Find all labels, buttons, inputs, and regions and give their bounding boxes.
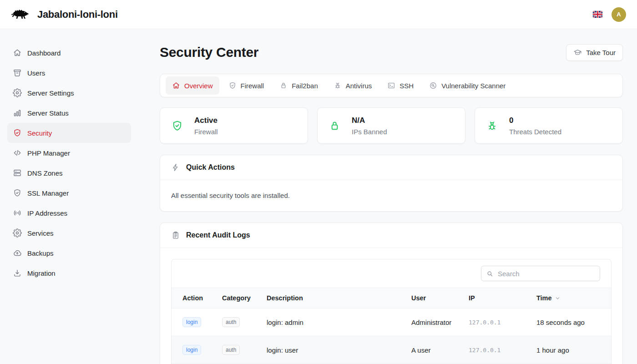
server-stack-icon	[13, 168, 22, 177]
column-header-time-label: Time	[536, 294, 552, 302]
quick-actions-title: Quick Actions	[186, 162, 235, 173]
tab-label: SSH	[399, 82, 414, 90]
cell-description: login: user	[267, 336, 411, 364]
sidebar-item-label: Dashboard	[27, 49, 61, 57]
sidebar-item-php-manager[interactable]: PHP Manager	[7, 143, 131, 163]
stat-label: Firewall	[194, 128, 218, 136]
sidebar-item-label: Services	[27, 229, 54, 237]
search-icon	[486, 270, 494, 278]
sidebar-item-label: SSL Manager	[27, 189, 69, 197]
code-icon	[13, 148, 22, 157]
clipboard-icon	[171, 231, 180, 240]
cell-user: Administrator	[411, 308, 469, 336]
brand-home-link[interactable]: Jabaloni-loni-loni	[11, 7, 118, 22]
cell-description: login: admin	[267, 308, 411, 336]
sidebar-item-server-status[interactable]: Server Status	[7, 103, 131, 123]
table-row: login auth login: admin Administrator 12…	[172, 308, 611, 336]
sidebar-item-services[interactable]: Services	[7, 223, 131, 243]
audit-logs-title: Recent Audit Logs	[186, 230, 250, 241]
column-header-category: Category	[222, 288, 267, 308]
sidebar-item-label: Backups	[27, 249, 54, 257]
sidebar-item-label: Migration	[27, 269, 56, 277]
column-header-user: User	[411, 288, 469, 308]
tab-label: Antivirus	[346, 82, 372, 90]
app-header: Jabaloni-loni-loni A	[0, 0, 637, 29]
search-circle-icon	[429, 81, 437, 90]
search-input[interactable]	[481, 266, 600, 281]
sidebar-item-label: IP Addresses	[27, 209, 67, 217]
tab-fail2ban[interactable]: Fail2ban	[273, 76, 324, 95]
cell-time: 1 hour ago	[536, 336, 611, 364]
action-badge: login	[182, 317, 201, 327]
sidebar-item-label: DNS Zones	[27, 169, 63, 177]
home-icon	[13, 48, 22, 57]
sidebar-item-dns-zones[interactable]: DNS Zones	[7, 163, 131, 183]
search-field-input[interactable]	[498, 270, 595, 278]
stat-card-firewall: Active Firewall	[160, 107, 308, 144]
download-icon	[13, 268, 22, 278]
shield-check-icon	[13, 128, 22, 137]
stat-card-threats: 0 Threats Detected	[475, 107, 623, 144]
shield-check-icon	[228, 81, 237, 90]
tab-firewall[interactable]: Firewall	[222, 76, 271, 95]
bug-icon	[486, 120, 498, 132]
action-badge: login	[182, 345, 201, 355]
sidebar-item-ssl-manager[interactable]: SSL Manager	[7, 183, 131, 203]
tab-label: Fail2ban	[292, 82, 318, 90]
bug-icon	[334, 81, 342, 90]
quick-actions-section: Quick Actions All essential security too…	[160, 155, 623, 212]
column-header-ip: IP	[469, 288, 536, 308]
sidebar-item-label: PHP Manager	[27, 149, 70, 157]
broadcast-icon	[13, 208, 22, 217]
stats-row: Active Firewall N/A IPs Banned 0	[160, 107, 623, 144]
sidebar-item-dashboard[interactable]: Dashboard	[7, 43, 131, 63]
sidebar-item-users[interactable]: Users	[7, 63, 131, 83]
column-header-description: Description	[267, 288, 411, 308]
cell-user: A user	[411, 336, 469, 364]
cell-ip: 127.0.0.1	[469, 347, 500, 354]
tab-overview[interactable]: Overview	[166, 76, 219, 95]
sidebar: Dashboard Users Server Settings Server S…	[0, 29, 138, 364]
avatar[interactable]: A	[612, 7, 626, 22]
avatar-initial: A	[617, 11, 621, 18]
terminal-icon	[387, 81, 395, 90]
audit-table-container: Action Category Description User IP Time	[171, 259, 612, 364]
gear-icon	[13, 228, 22, 238]
sidebar-item-label: Server Status	[27, 109, 69, 117]
stat-value: N/A	[352, 116, 387, 126]
cloud-upload-icon	[13, 248, 22, 258]
sidebar-item-server-settings[interactable]: Server Settings	[7, 83, 131, 103]
uk-flag-icon[interactable]	[593, 11, 602, 18]
sidebar-item-ip-addresses[interactable]: IP Addresses	[7, 203, 131, 223]
sidebar-item-label: Users	[27, 69, 45, 77]
column-header-time[interactable]: Time	[536, 288, 611, 308]
tab-label: Overview	[184, 82, 213, 90]
sidebar-item-label: Server Settings	[27, 89, 74, 97]
stat-value: 0	[509, 116, 561, 126]
tab-vulnerability-scanner[interactable]: Vulnerability Scanner	[423, 76, 512, 95]
cell-time: 18 seconds ago	[536, 308, 611, 336]
table-row: login auth login: user A user 127.0.0.1 …	[172, 336, 611, 364]
tab-antivirus[interactable]: Antivirus	[327, 76, 379, 95]
category-badge: auth	[222, 317, 240, 327]
app-title: Jabaloni-loni-loni	[37, 9, 118, 20]
stat-card-ips-banned: N/A IPs Banned	[317, 107, 465, 144]
cell-ip: 127.0.0.1	[469, 319, 500, 326]
take-tour-label: Take Tour	[586, 49, 616, 56]
shield-check-icon	[171, 120, 183, 132]
lock-icon	[279, 81, 288, 90]
sidebar-item-label: Security	[27, 129, 52, 137]
boar-logo-icon	[11, 7, 32, 22]
sidebar-item-migration[interactable]: Migration	[7, 263, 131, 283]
sidebar-item-backups[interactable]: Backups	[7, 243, 131, 263]
bolt-icon	[171, 163, 180, 172]
sidebar-item-security[interactable]: Security	[7, 123, 131, 143]
audit-table: Action Category Description User IP Time	[172, 288, 611, 364]
main-content: Security Center Take Tour Overview Fir	[138, 29, 637, 364]
category-badge: auth	[222, 345, 240, 355]
chevron-down-icon	[555, 295, 561, 301]
quick-actions-message: All essential security tools are install…	[171, 191, 612, 200]
tab-ssh[interactable]: SSH	[381, 76, 420, 95]
table-header-row: Action Category Description User IP Time	[172, 288, 611, 308]
take-tour-button[interactable]: Take Tour	[566, 44, 623, 61]
